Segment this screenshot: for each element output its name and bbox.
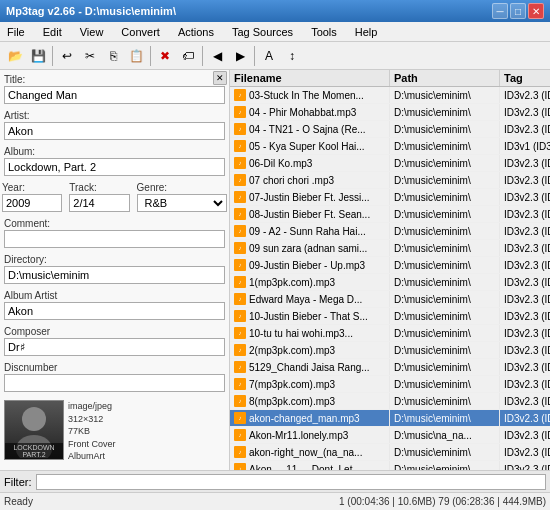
mp3-icon: ♪ <box>234 344 246 356</box>
path-cell: D:\music\eminim\ <box>390 223 500 239</box>
toolbar-separator-3 <box>202 46 203 66</box>
table-row[interactable]: ♪04 - TN21 - O Sajna (Re...D:\music\emin… <box>230 121 550 138</box>
table-row[interactable]: ♪1(mp3pk.com).mp3D:\music\eminim\ID3v2.3… <box>230 274 550 291</box>
minimize-button[interactable]: ─ <box>492 3 508 19</box>
path-column-header[interactable]: Path <box>390 70 500 86</box>
title-input[interactable] <box>4 86 225 104</box>
filename-cell: 07-Justin Bieber Ft. Jessi... <box>249 192 370 203</box>
table-row[interactable]: ♪07 chori chori .mp3D:\music\eminim\ID3v… <box>230 172 550 189</box>
table-row[interactable]: ♪05 - Kya Super Kool Hai...D:\music\emin… <box>230 138 550 155</box>
toolbar-undo-button[interactable]: ↩ <box>56 45 78 67</box>
close-panel-button[interactable]: ✕ <box>213 71 227 85</box>
mp3-icon: ♪ <box>234 123 246 135</box>
comment-field-group: Comment: <box>0 214 229 250</box>
track-field-group: Track: <box>67 178 131 214</box>
genre-select[interactable]: R&B <box>137 194 227 212</box>
table-row[interactable]: ♪Akon-Mr11.lonely.mp3D:\music\na_na...ID… <box>230 427 550 444</box>
table-row[interactable]: ♪06-Dil Ko.mp3D:\music\eminim\ID3v2.3 (I… <box>230 155 550 172</box>
album-artist-input[interactable] <box>4 302 225 320</box>
discnumber-input[interactable] <box>4 374 225 392</box>
toolbar-delete-button[interactable]: ✖ <box>154 45 176 67</box>
directory-input[interactable] <box>4 266 225 284</box>
toolbar-next-button[interactable]: ▶ <box>229 45 251 67</box>
table-row[interactable]: ♪07-Justin Bieber Ft. Jessi...D:\music\e… <box>230 189 550 206</box>
album-art-image[interactable]: LOCKDOWNPART.2 <box>4 400 64 460</box>
toolbar-prev-button[interactable]: ◀ <box>206 45 228 67</box>
composer-input[interactable] <box>4 338 225 356</box>
tag-cell: ID3v2.3 (ID3v <box>500 223 550 239</box>
menu-item-file[interactable]: File <box>4 25 28 39</box>
tag-column-header[interactable]: Tag <box>500 70 550 86</box>
table-row[interactable]: ♪04 - Phir Mohabbat.mp3D:\music\eminim\I… <box>230 104 550 121</box>
toolbar-auto-button[interactable]: A <box>258 45 280 67</box>
table-header: Filename Path Tag <box>230 70 550 87</box>
tag-cell: ID3v2.3 (ID3v <box>500 359 550 375</box>
status-info: 1 (00:04:36 | 10.6MB) 79 (06:28:36 | 444… <box>339 496 546 507</box>
table-row[interactable]: ♪8(mp3pk.com).mp3D:\music\eminim\ID3v2.3… <box>230 393 550 410</box>
path-cell: D:\music\eminim\ <box>390 325 500 341</box>
table-row[interactable]: ♪2(mp3pk.com).mp3D:\music\eminim\ID3v2.3… <box>230 342 550 359</box>
svg-point-0 <box>22 407 46 431</box>
menu-item-help[interactable]: Help <box>352 25 381 39</box>
table-row[interactable]: ♪09-Justin Bieber - Up.mp3D:\music\emini… <box>230 257 550 274</box>
album-input[interactable] <box>4 158 225 176</box>
table-row[interactable]: ♪Akon_-_11_-_Dont_Let_...D:\music\eminim… <box>230 461 550 470</box>
year-input[interactable] <box>2 194 62 212</box>
mp3-icon: ♪ <box>234 89 246 101</box>
menu-item-actions[interactable]: Actions <box>175 25 217 39</box>
album-artist-field-group: Album Artist <box>0 286 229 322</box>
filename-cell: 8(mp3pk.com).mp3 <box>249 396 335 407</box>
table-row[interactable]: ♪10-tu tu hai wohi.mp3...D:\music\eminim… <box>230 325 550 342</box>
path-cell: D:\music\eminim\ <box>390 393 500 409</box>
maximize-button[interactable]: □ <box>510 3 526 19</box>
toolbar-cut-button[interactable]: ✂ <box>79 45 101 67</box>
album-artist-label: Album Artist <box>4 290 225 301</box>
track-label: Track: <box>69 182 129 193</box>
toolbar-paste-button[interactable]: 📋 <box>125 45 147 67</box>
menu-item-convert[interactable]: Convert <box>118 25 163 39</box>
album-art-size: 77KB <box>68 425 116 438</box>
table-row[interactable]: ♪7(mp3pk.com).mp3D:\music\eminim\ID3v2.3… <box>230 376 550 393</box>
toolbar-sort-button[interactable]: ↕ <box>281 45 303 67</box>
table-row[interactable]: ♪10-Justin Bieber - That S...D:\music\em… <box>230 308 550 325</box>
mp3-icon: ♪ <box>234 191 246 203</box>
track-input[interactable] <box>69 194 129 212</box>
path-cell: D:\music\eminim\ <box>390 121 500 137</box>
menu-item-tools[interactable]: Tools <box>308 25 340 39</box>
toolbar-separator-1 <box>52 46 53 66</box>
filename-cell: 2(mp3pk.com).mp3 <box>249 345 335 356</box>
filename-cell: 08-Justin Bieber Ft. Sean... <box>249 209 370 220</box>
filename-cell: 03-Stuck In The Momen... <box>249 90 364 101</box>
mp3-icon: ♪ <box>234 293 246 305</box>
mp3-icon: ♪ <box>234 174 246 186</box>
table-row[interactable]: ♪akon-right_now_(na_na...D:\music\eminim… <box>230 444 550 461</box>
table-row[interactable]: ♪03-Stuck In The Momen...D:\music\eminim… <box>230 87 550 104</box>
artist-field-group: Artist: <box>0 106 229 142</box>
discnumber-label: Discnumber <box>4 362 225 373</box>
table-row[interactable]: ♪09 sun zara (adnan sami...D:\music\emin… <box>230 240 550 257</box>
table-row[interactable]: ♪akon-changed_man.mp3D:\music\eminim\ID3… <box>230 410 550 427</box>
comment-input[interactable] <box>4 230 225 248</box>
mp3-icon: ♪ <box>234 242 246 254</box>
menu-item-tag sources[interactable]: Tag Sources <box>229 25 296 39</box>
menu-item-edit[interactable]: Edit <box>40 25 65 39</box>
tag-cell: ID3v2.3 (ID3v <box>500 308 550 324</box>
close-button[interactable]: ✕ <box>528 3 544 19</box>
artist-input[interactable] <box>4 122 225 140</box>
table-row[interactable]: ♪Edward Maya - Mega D...D:\music\eminim\… <box>230 291 550 308</box>
filename-column-header[interactable]: Filename <box>230 70 390 86</box>
menu-item-view[interactable]: View <box>77 25 107 39</box>
year-track-genre-row: Year: Track: Genre: R&B <box>0 178 229 214</box>
path-cell: D:\music\eminim\ <box>390 308 500 324</box>
toolbar-open-button[interactable]: 📂 <box>4 45 26 67</box>
table-row[interactable]: ♪09 - A2 - Sunn Raha Hai...D:\music\emin… <box>230 223 550 240</box>
title-bar: Mp3tag v2.66 - D:\music\eminim\ ─ □ ✕ <box>0 0 550 22</box>
toolbar-save-button[interactable]: 💾 <box>27 45 49 67</box>
path-cell: D:\music\eminim\ <box>390 257 500 273</box>
table-row[interactable]: ♪08-Justin Bieber Ft. Sean...D:\music\em… <box>230 206 550 223</box>
toolbar-tag-button[interactable]: 🏷 <box>177 45 199 67</box>
table-row[interactable]: ♪5129_Chandi Jaisa Rang...D:\music\emini… <box>230 359 550 376</box>
album-art-type: Front Cover <box>68 438 116 451</box>
toolbar-copy-button[interactable]: ⎘ <box>102 45 124 67</box>
filter-input[interactable] <box>36 474 547 490</box>
